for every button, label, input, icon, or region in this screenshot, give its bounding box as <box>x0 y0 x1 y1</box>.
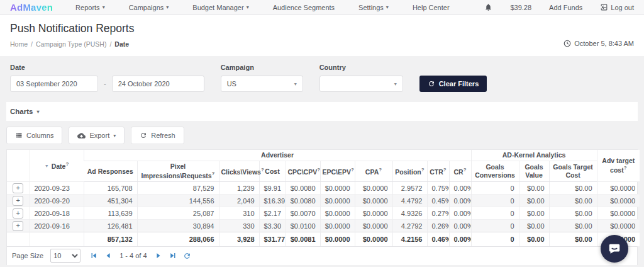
last-page-button[interactable] <box>168 251 178 260</box>
chevron-down-icon: ▾ <box>113 133 116 139</box>
logout-button[interactable]: Log out <box>600 3 634 11</box>
date-from-input[interactable] <box>10 76 98 92</box>
cell-pixel_impressions_requests: 25,087 <box>137 207 219 220</box>
expand-row-button[interactable]: + <box>13 196 23 206</box>
breadcrumb-separator: / <box>109 40 111 48</box>
nav-item-reports[interactable]: Reports ▾ <box>75 4 105 11</box>
logo[interactable]: AdMaven <box>10 2 53 13</box>
next-page-button[interactable] <box>153 251 164 260</box>
expand-row-button[interactable]: + <box>13 221 23 231</box>
page-header: Push Notification Reports Home / Campaig… <box>0 15 644 56</box>
cell-ad_responses: 126,481 <box>84 220 137 232</box>
cell-position: 4.9326 <box>392 207 427 220</box>
cell-epc_epv: $0.0000 <box>320 207 355 220</box>
prev-page-button[interactable] <box>103 251 113 260</box>
group-header-adkernel-analytics: AD-Kernel Analytics <box>471 150 597 161</box>
reload-table-button[interactable] <box>182 252 192 260</box>
sort-desc-icon[interactable]: ▼ <box>45 164 49 168</box>
date-header-label: Date <box>52 162 66 169</box>
cell-position: 4.2792 <box>392 220 427 232</box>
cell-ctr: 0.26% <box>427 220 449 232</box>
column-header-cpa[interactable]: CPA? <box>355 161 392 182</box>
breadcrumb-current: Date <box>114 40 129 48</box>
cell-clicks_views: 330 <box>219 220 259 232</box>
column-header-cr[interactable]: CR? <box>449 161 471 182</box>
column-header-adv-target-cost[interactable]: Adv target cost? <box>597 150 640 182</box>
filter-country-label: Country <box>319 64 403 71</box>
total-date <box>30 232 84 246</box>
bell-icon <box>484 3 492 11</box>
nav-item-audience-segments[interactable]: Audience Segments <box>273 4 335 11</box>
cell-cr: 0.00% <box>449 182 471 195</box>
column-header-goals_value[interactable]: Goals Value <box>519 161 549 182</box>
help-icon[interactable]: ? <box>65 161 69 167</box>
cell-ad_responses: 165,708 <box>84 182 137 195</box>
table-toolbar: Columns Export ▾ Refresh <box>0 121 644 149</box>
column-header-pixel_impressions_requests[interactable]: Pixel Impressions\Requests? <box>137 161 219 182</box>
cell-cr: 0.00% <box>449 195 471 207</box>
help-icon[interactable]: ? <box>624 165 627 171</box>
cell-pixel_impressions_requests: 30,894 <box>137 220 219 232</box>
campaign-select[interactable]: US ▾ <box>221 76 303 92</box>
country-select[interactable]: ▾ <box>319 76 403 92</box>
columns-label: Columns <box>26 132 53 139</box>
report-table-card: ▼Date? Advertiser AD-Kernel Analytics Ad… <box>6 149 638 265</box>
table-row: +2020-09-23165,70887,5291,239$9.91$0.008… <box>7 182 640 195</box>
cell-position: 4.4792 <box>392 195 427 207</box>
charts-toggle[interactable]: Charts ▾ <box>10 108 39 115</box>
expand-row-button[interactable]: + <box>13 208 23 219</box>
next-page-icon <box>154 251 163 260</box>
column-header-date[interactable]: ▼Date? <box>30 150 84 182</box>
clear-filters-button[interactable]: Clear Filters <box>419 76 487 92</box>
nav-items: Reports ▾ Campaigns ▾ Budget Manager ▾ A… <box>75 4 473 11</box>
export-button[interactable]: Export ▾ <box>69 127 125 144</box>
group-header-advertiser: Advertiser <box>84 150 471 161</box>
logout-label: Log out <box>611 4 634 11</box>
column-header-cpc_cpv[interactable]: CPC\CPV? <box>286 161 320 182</box>
total-goals_conversions: 0 <box>471 232 519 246</box>
pagination-range: 1 - 4 of 4 <box>119 252 147 259</box>
first-page-button[interactable] <box>89 251 99 260</box>
cell-cpc_cpv: $0.0100 <box>286 220 320 232</box>
table-body: +2020-09-23165,70887,5291,239$9.91$0.008… <box>7 182 640 232</box>
date-to-input[interactable] <box>112 76 204 92</box>
cell-ad_responses: 451,304 <box>84 195 137 207</box>
breadcrumb-campaign-type[interactable]: Campaign Type (PUSH) <box>36 40 106 48</box>
column-header-position[interactable]: Position? <box>392 161 427 182</box>
page-size-select[interactable]: 10 <box>50 249 80 263</box>
breadcrumb-home[interactable]: Home <box>10 40 28 48</box>
cell-goals_value: $0.00 <box>519 182 549 195</box>
notifications-button[interactable] <box>484 3 492 11</box>
datetime-label: October 5, 8:43 AM <box>574 40 634 47</box>
first-page-icon <box>89 251 98 260</box>
refresh-button[interactable]: Refresh <box>131 127 184 144</box>
prev-page-icon <box>104 251 113 260</box>
cell-position: 2.9572 <box>392 182 427 195</box>
cell-goals_value: $0.00 <box>519 207 549 220</box>
cell-goals_conversions: 0 <box>471 195 519 207</box>
column-header-ctr[interactable]: CTR? <box>427 161 449 182</box>
column-header-ad_responses[interactable]: Ad Responses <box>84 161 137 182</box>
column-header-goals_target_cost[interactable]: Goals Target Cost <box>549 161 597 182</box>
nav-item-help-center[interactable]: Help Center <box>413 4 450 11</box>
cell-cost: $9.91 <box>259 182 286 195</box>
column-header-goals_conversions[interactable]: Goals Conversions <box>471 161 519 182</box>
account-balance[interactable]: $39.28 <box>510 4 531 11</box>
cell-cpa: $0.0000 <box>355 207 392 220</box>
nav-item-campaigns[interactable]: Campaigns ▾ <box>129 4 169 11</box>
nav-item-settings[interactable]: Settings ▾ <box>358 4 389 11</box>
columns-button[interactable]: Columns <box>6 127 62 144</box>
column-header-clicks_views[interactable]: Clicks\Views? <box>219 161 259 182</box>
cell-cpc_cpv: $0.0080 <box>286 182 320 195</box>
expand-row-button[interactable]: + <box>13 183 23 193</box>
filter-date-label: Date <box>10 64 204 71</box>
report-table: ▼Date? Advertiser AD-Kernel Analytics Ad… <box>7 150 640 246</box>
cell-adv_target_cost: $0.0000 <box>597 207 640 220</box>
nav-item-label: Audience Segments <box>273 4 335 11</box>
total-epc_epv: $0.0000 <box>320 232 355 246</box>
nav-item-budget-manager[interactable]: Budget Manager ▾ <box>192 4 248 11</box>
chat-widget-button[interactable] <box>601 235 628 263</box>
add-funds-button[interactable]: Add Funds <box>549 4 582 11</box>
nav-item-label: Campaigns <box>129 4 164 11</box>
column-header-epc_epv[interactable]: EPC\EPV? <box>320 161 355 182</box>
